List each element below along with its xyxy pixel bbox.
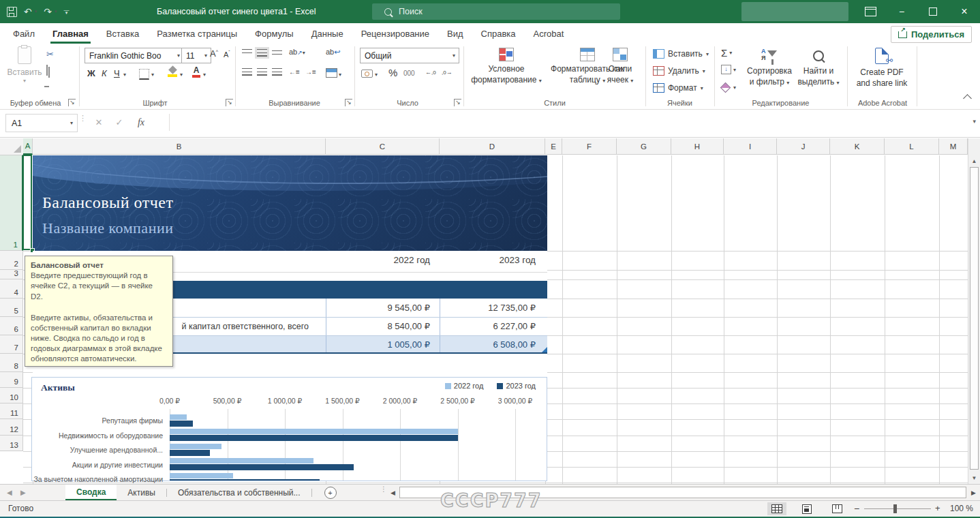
fill-button[interactable]: ↓▾ bbox=[721, 65, 736, 74]
page-break-view-button[interactable] bbox=[827, 502, 846, 515]
ribbon-tab-Файл[interactable]: Файл bbox=[4, 23, 44, 44]
ribbon-tab-Разметка страницы[interactable]: Разметка страницы bbox=[148, 23, 246, 44]
vertical-scrollbar[interactable]: ▲ ▼ bbox=[968, 138, 980, 484]
row-header-4[interactable]: 4 bbox=[0, 279, 23, 299]
number-format-combo[interactable]: Общий▾ bbox=[360, 48, 459, 63]
column-header-I[interactable]: I bbox=[724, 138, 777, 155]
column-header-M[interactable]: M bbox=[939, 138, 968, 155]
normal-view-button[interactable] bbox=[767, 502, 786, 515]
borders-dropdown-icon[interactable]: ▾ bbox=[151, 72, 154, 78]
font-color-dropdown-icon[interactable]: ▾ bbox=[203, 72, 206, 78]
hscroll-left-icon[interactable]: ◀ bbox=[388, 487, 397, 498]
ribbon-tab-Главная[interactable]: Главная bbox=[44, 23, 97, 44]
row-header-2[interactable]: 2 bbox=[0, 251, 23, 270]
hscroll-right-icon[interactable]: ▶ bbox=[969, 487, 978, 498]
sheet-tab-Активы[interactable]: Активы bbox=[117, 485, 166, 500]
sheet-tab-Обязательства и собственный...[interactable]: Обязательства и собственный... bbox=[167, 485, 311, 500]
collapse-ribbon-icon[interactable] bbox=[964, 95, 970, 102]
ribbon-tab-Acrobat[interactable]: Acrobat bbox=[525, 23, 573, 44]
row-header-7[interactable]: 7 bbox=[0, 335, 23, 354]
align-bottom-icon[interactable] bbox=[272, 50, 282, 55]
enter-icon[interactable]: ✓ bbox=[110, 114, 128, 131]
banner-image[interactable]: Балансовый отчет Название компании bbox=[33, 155, 547, 251]
column-header-K[interactable]: K bbox=[830, 138, 885, 155]
scrollbar-drag-dots[interactable]: ⋮ bbox=[380, 487, 387, 492]
accounting-dropdown-icon[interactable]: ▾ bbox=[375, 72, 378, 78]
ribbon-tab-Справка[interactable]: Справка bbox=[472, 23, 525, 44]
sheet-nav-right-icon[interactable]: ▶ bbox=[20, 485, 26, 500]
borders-icon[interactable] bbox=[139, 69, 149, 80]
row-header-9[interactable]: 9 bbox=[0, 372, 23, 388]
column-header-L[interactable]: L bbox=[885, 138, 939, 155]
formula-input[interactable] bbox=[169, 114, 962, 131]
fill-color-icon[interactable] bbox=[168, 67, 177, 77]
save-icon[interactable] bbox=[7, 7, 17, 17]
alignment-dialog-launcher[interactable]: ↘ bbox=[345, 99, 352, 106]
column-header-J[interactable]: J bbox=[777, 138, 830, 155]
underline-dropdown-icon[interactable]: ▾ bbox=[123, 72, 126, 78]
column-header-H[interactable]: H bbox=[671, 138, 724, 155]
align-top-icon[interactable] bbox=[242, 49, 252, 54]
decrease-font-icon[interactable]: Аˇ bbox=[224, 50, 230, 59]
paste-button[interactable]: Вставить ▾ bbox=[7, 46, 42, 85]
column-header-A[interactable]: A bbox=[23, 138, 33, 155]
fill-color-dropdown-icon[interactable]: ▾ bbox=[180, 72, 183, 78]
zoom-slider-handle[interactable] bbox=[893, 504, 897, 513]
insert-function-icon[interactable]: fx bbox=[132, 114, 150, 131]
increase-font-icon[interactable]: А^ bbox=[210, 48, 218, 59]
column-header-E[interactable]: E bbox=[545, 138, 562, 155]
vertical-scroll-thumb[interactable] bbox=[970, 167, 979, 470]
number-dialog-launcher[interactable]: ↘ bbox=[454, 99, 461, 106]
row-header-3[interactable]: 3 bbox=[0, 270, 23, 279]
column-header-B[interactable]: B bbox=[33, 138, 326, 155]
scroll-down-icon[interactable]: ▼ bbox=[968, 473, 980, 483]
ribbon-tab-Вставка[interactable]: Вставка bbox=[97, 23, 148, 44]
sheet-tab-Сводка[interactable]: Сводка bbox=[65, 485, 117, 500]
redo-dropdown-icon[interactable]: ▾ bbox=[55, 9, 57, 14]
zoom-out-icon[interactable]: − bbox=[854, 503, 859, 514]
find-select-button[interactable]: Найти и выделить ▾ bbox=[796, 49, 841, 87]
zoom-slider[interactable] bbox=[864, 508, 931, 509]
clipboard-dialog-launcher[interactable]: ↘ bbox=[68, 99, 76, 106]
insert-cells-button[interactable]: Вставить▾ bbox=[653, 49, 709, 59]
comma-style-icon[interactable]: 000 bbox=[403, 70, 415, 77]
undo-icon[interactable]: ↶ bbox=[24, 7, 32, 16]
ribbon-tab-Рецензирование[interactable]: Рецензирование bbox=[352, 23, 438, 44]
align-left-icon[interactable] bbox=[242, 68, 252, 76]
column-header-F[interactable]: F bbox=[562, 138, 617, 155]
row-header-1[interactable]: 1 bbox=[0, 155, 23, 251]
column-header-G[interactable]: G bbox=[617, 138, 671, 155]
share-button[interactable]: Поделиться bbox=[891, 26, 972, 43]
column-header-D[interactable]: D bbox=[440, 138, 545, 155]
search-box[interactable]: Поиск bbox=[372, 3, 620, 20]
cell-styles-button[interactable]: Стили ячеек ▾ bbox=[597, 48, 643, 85]
cancel-icon[interactable]: ✕ bbox=[90, 114, 108, 131]
merge-dropdown-icon[interactable]: ▾ bbox=[339, 72, 341, 78]
increase-indent-icon[interactable]: →≡ bbox=[305, 68, 316, 76]
sheet-nav-left-icon[interactable]: ◀ bbox=[7, 485, 12, 500]
account-area[interactable] bbox=[741, 2, 848, 21]
zoom-in-icon[interactable]: + bbox=[935, 503, 940, 513]
maximize-button[interactable] bbox=[917, 0, 949, 23]
underline-button[interactable]: Ч bbox=[114, 68, 120, 78]
orientation-icon[interactable]: ab↗▾ bbox=[289, 48, 305, 56]
align-center-icon[interactable] bbox=[257, 68, 267, 76]
autosum-button[interactable]: Σ▾ bbox=[721, 48, 732, 58]
delete-cells-button[interactable]: Удалить▾ bbox=[653, 66, 705, 76]
select-all-corner[interactable] bbox=[0, 138, 24, 155]
percent-style-icon[interactable]: % bbox=[388, 67, 397, 78]
ribbon-display-options-button[interactable] bbox=[855, 0, 886, 23]
redo-icon[interactable]: ↷ bbox=[44, 7, 52, 16]
align-right-icon[interactable] bbox=[272, 68, 282, 76]
close-button[interactable]: × bbox=[949, 0, 980, 23]
page-layout-view-button[interactable] bbox=[797, 502, 816, 515]
decrease-decimal-icon[interactable]: ,0→ bbox=[442, 69, 453, 76]
bold-button[interactable]: Ж bbox=[87, 68, 95, 78]
decrease-indent-icon[interactable]: ←≡ bbox=[289, 68, 299, 76]
ribbon-tab-Данные[interactable]: Данные bbox=[303, 23, 352, 44]
accounting-format-icon[interactable] bbox=[361, 70, 373, 78]
cut-icon[interactable]: ✂ bbox=[46, 49, 54, 59]
row-header-8[interactable]: 8 bbox=[0, 354, 23, 372]
font-size-combo[interactable]: 11▾ bbox=[181, 48, 211, 63]
row-header-5[interactable]: 5 bbox=[0, 299, 23, 317]
